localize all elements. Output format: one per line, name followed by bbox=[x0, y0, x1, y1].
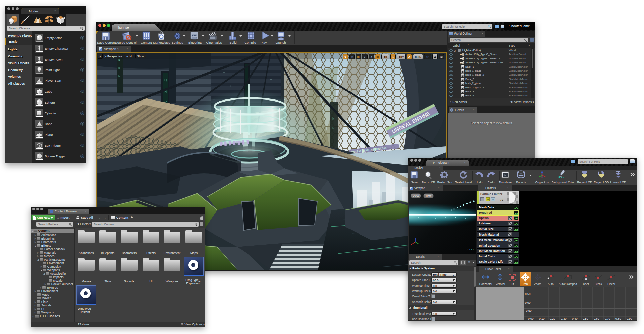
svg-text:0.10: 0.10 bbox=[539, 317, 545, 320]
svg-text:0.70: 0.70 bbox=[605, 317, 610, 320]
svg-text:0.80: 0.80 bbox=[615, 317, 621, 320]
svg-text:0.90: 0.90 bbox=[627, 317, 632, 320]
svg-text:0.50: 0.50 bbox=[525, 292, 531, 296]
svg-text:10/ 72: 10/ 72 bbox=[466, 248, 474, 251]
svg-text:0.20: 0.20 bbox=[550, 317, 555, 320]
svg-text:0.00: 0.00 bbox=[528, 317, 534, 320]
svg-text:0.40: 0.40 bbox=[572, 317, 578, 320]
svg-text:-0.50: -0.50 bbox=[525, 309, 532, 312]
svg-text:0.50: 0.50 bbox=[583, 317, 588, 320]
svg-text:0.00: 0.00 bbox=[525, 301, 531, 304]
svg-text:0.30: 0.30 bbox=[561, 317, 567, 320]
svg-text:0.60: 0.60 bbox=[594, 317, 599, 320]
